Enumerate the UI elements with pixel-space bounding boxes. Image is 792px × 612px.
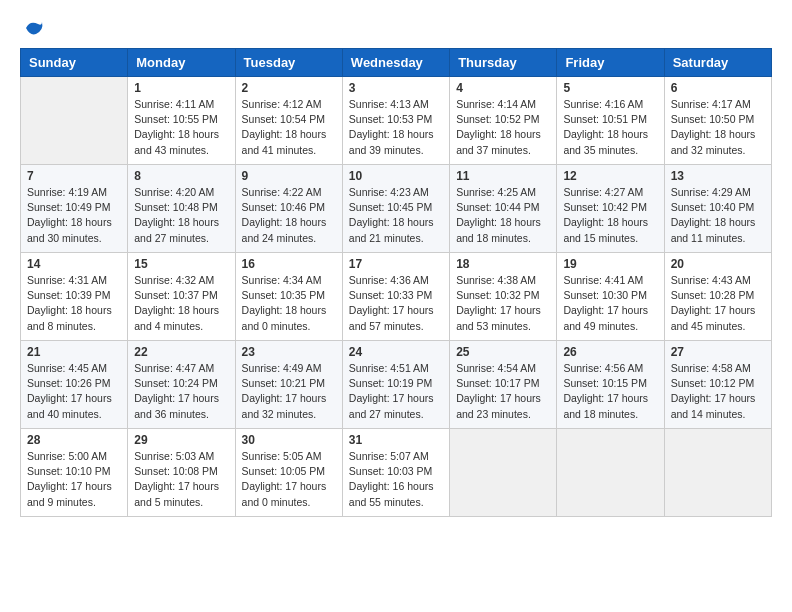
sunset-text: Sunset: 10:05 PM	[242, 465, 325, 477]
week-row-2: 7Sunrise: 4:19 AMSunset: 10:49 PMDayligh…	[21, 165, 772, 253]
cell-content: Sunrise: 4:22 AMSunset: 10:46 PMDaylight…	[242, 185, 336, 246]
sunset-text: Sunset: 10:10 PM	[27, 465, 110, 477]
daylight-text: Daylight: 17 hours and 27 minutes.	[349, 392, 434, 419]
day-number: 27	[671, 345, 765, 359]
calendar-cell: 6Sunrise: 4:17 AMSunset: 10:50 PMDayligh…	[664, 77, 771, 165]
logo	[20, 16, 46, 40]
weekday-header-friday: Friday	[557, 49, 664, 77]
calendar-cell: 13Sunrise: 4:29 AMSunset: 10:40 PMDaylig…	[664, 165, 771, 253]
day-number: 22	[134, 345, 228, 359]
sunrise-text: Sunrise: 5:00 AM	[27, 450, 107, 462]
daylight-text: Daylight: 17 hours and 40 minutes.	[27, 392, 112, 419]
sunset-text: Sunset: 10:46 PM	[242, 201, 325, 213]
weekday-header-row: SundayMondayTuesdayWednesdayThursdayFrid…	[21, 49, 772, 77]
calendar-cell: 4Sunrise: 4:14 AMSunset: 10:52 PMDayligh…	[450, 77, 557, 165]
calendar-cell: 30Sunrise: 5:05 AMSunset: 10:05 PMDaylig…	[235, 429, 342, 517]
sunrise-text: Sunrise: 4:41 AM	[563, 274, 643, 286]
sunrise-text: Sunrise: 4:12 AM	[242, 98, 322, 110]
sunset-text: Sunset: 10:12 PM	[671, 377, 754, 389]
weekday-header-thursday: Thursday	[450, 49, 557, 77]
sunset-text: Sunset: 10:55 PM	[134, 113, 217, 125]
weekday-header-wednesday: Wednesday	[342, 49, 449, 77]
daylight-text: Daylight: 17 hours and 53 minutes.	[456, 304, 541, 331]
calendar-cell: 26Sunrise: 4:56 AMSunset: 10:15 PMDaylig…	[557, 341, 664, 429]
daylight-text: Daylight: 18 hours and 21 minutes.	[349, 216, 434, 243]
day-number: 25	[456, 345, 550, 359]
weekday-header-monday: Monday	[128, 49, 235, 77]
daylight-text: Daylight: 17 hours and 23 minutes.	[456, 392, 541, 419]
daylight-text: Daylight: 18 hours and 4 minutes.	[134, 304, 219, 331]
cell-content: Sunrise: 4:25 AMSunset: 10:44 PMDaylight…	[456, 185, 550, 246]
daylight-text: Daylight: 18 hours and 30 minutes.	[27, 216, 112, 243]
daylight-text: Daylight: 17 hours and 0 minutes.	[242, 480, 327, 507]
sunset-text: Sunset: 10:30 PM	[563, 289, 646, 301]
daylight-text: Daylight: 17 hours and 45 minutes.	[671, 304, 756, 331]
calendar-cell: 31Sunrise: 5:07 AMSunset: 10:03 PMDaylig…	[342, 429, 449, 517]
daylight-text: Daylight: 18 hours and 39 minutes.	[349, 128, 434, 155]
sunset-text: Sunset: 10:39 PM	[27, 289, 110, 301]
day-number: 9	[242, 169, 336, 183]
daylight-text: Daylight: 18 hours and 11 minutes.	[671, 216, 756, 243]
daylight-text: Daylight: 16 hours and 55 minutes.	[349, 480, 434, 507]
calendar-cell: 9Sunrise: 4:22 AMSunset: 10:46 PMDayligh…	[235, 165, 342, 253]
day-number: 30	[242, 433, 336, 447]
sunrise-text: Sunrise: 4:45 AM	[27, 362, 107, 374]
calendar-cell: 7Sunrise: 4:19 AMSunset: 10:49 PMDayligh…	[21, 165, 128, 253]
sunrise-text: Sunrise: 4:51 AM	[349, 362, 429, 374]
cell-content: Sunrise: 4:23 AMSunset: 10:45 PMDaylight…	[349, 185, 443, 246]
weekday-header-sunday: Sunday	[21, 49, 128, 77]
cell-content: Sunrise: 4:32 AMSunset: 10:37 PMDaylight…	[134, 273, 228, 334]
sunset-text: Sunset: 10:37 PM	[134, 289, 217, 301]
week-row-3: 14Sunrise: 4:31 AMSunset: 10:39 PMDaylig…	[21, 253, 772, 341]
day-number: 29	[134, 433, 228, 447]
sunset-text: Sunset: 10:44 PM	[456, 201, 539, 213]
cell-content: Sunrise: 4:17 AMSunset: 10:50 PMDaylight…	[671, 97, 765, 158]
sunset-text: Sunset: 10:52 PM	[456, 113, 539, 125]
page-header	[20, 16, 772, 40]
calendar-table: SundayMondayTuesdayWednesdayThursdayFrid…	[20, 48, 772, 517]
calendar-cell: 23Sunrise: 4:49 AMSunset: 10:21 PMDaylig…	[235, 341, 342, 429]
cell-content: Sunrise: 4:20 AMSunset: 10:48 PMDaylight…	[134, 185, 228, 246]
calendar-cell: 3Sunrise: 4:13 AMSunset: 10:53 PMDayligh…	[342, 77, 449, 165]
daylight-text: Daylight: 18 hours and 41 minutes.	[242, 128, 327, 155]
sunrise-text: Sunrise: 4:56 AM	[563, 362, 643, 374]
calendar-cell	[21, 77, 128, 165]
weekday-header-saturday: Saturday	[664, 49, 771, 77]
day-number: 19	[563, 257, 657, 271]
sunrise-text: Sunrise: 4:36 AM	[349, 274, 429, 286]
calendar-cell	[450, 429, 557, 517]
cell-content: Sunrise: 4:58 AMSunset: 10:12 PMDaylight…	[671, 361, 765, 422]
calendar-cell: 12Sunrise: 4:27 AMSunset: 10:42 PMDaylig…	[557, 165, 664, 253]
day-number: 11	[456, 169, 550, 183]
sunrise-text: Sunrise: 5:03 AM	[134, 450, 214, 462]
calendar-cell: 25Sunrise: 4:54 AMSunset: 10:17 PMDaylig…	[450, 341, 557, 429]
daylight-text: Daylight: 18 hours and 35 minutes.	[563, 128, 648, 155]
calendar-cell: 1Sunrise: 4:11 AMSunset: 10:55 PMDayligh…	[128, 77, 235, 165]
calendar-cell	[664, 429, 771, 517]
daylight-text: Daylight: 18 hours and 24 minutes.	[242, 216, 327, 243]
sunrise-text: Sunrise: 5:05 AM	[242, 450, 322, 462]
sunset-text: Sunset: 10:19 PM	[349, 377, 432, 389]
sunrise-text: Sunrise: 4:27 AM	[563, 186, 643, 198]
sunrise-text: Sunrise: 4:14 AM	[456, 98, 536, 110]
cell-content: Sunrise: 5:07 AMSunset: 10:03 PMDaylight…	[349, 449, 443, 510]
sunrise-text: Sunrise: 4:20 AM	[134, 186, 214, 198]
sunset-text: Sunset: 10:35 PM	[242, 289, 325, 301]
sunrise-text: Sunrise: 4:32 AM	[134, 274, 214, 286]
weekday-header-tuesday: Tuesday	[235, 49, 342, 77]
sunrise-text: Sunrise: 4:47 AM	[134, 362, 214, 374]
daylight-text: Daylight: 17 hours and 49 minutes.	[563, 304, 648, 331]
sunset-text: Sunset: 10:50 PM	[671, 113, 754, 125]
calendar-cell: 17Sunrise: 4:36 AMSunset: 10:33 PMDaylig…	[342, 253, 449, 341]
cell-content: Sunrise: 5:05 AMSunset: 10:05 PMDaylight…	[242, 449, 336, 510]
calendar-cell: 15Sunrise: 4:32 AMSunset: 10:37 PMDaylig…	[128, 253, 235, 341]
sunset-text: Sunset: 10:45 PM	[349, 201, 432, 213]
cell-content: Sunrise: 4:49 AMSunset: 10:21 PMDaylight…	[242, 361, 336, 422]
day-number: 2	[242, 81, 336, 95]
daylight-text: Daylight: 17 hours and 14 minutes.	[671, 392, 756, 419]
day-number: 10	[349, 169, 443, 183]
calendar-cell	[557, 429, 664, 517]
sunset-text: Sunset: 10:28 PM	[671, 289, 754, 301]
daylight-text: Daylight: 18 hours and 18 minutes.	[456, 216, 541, 243]
cell-content: Sunrise: 4:19 AMSunset: 10:49 PMDaylight…	[27, 185, 121, 246]
